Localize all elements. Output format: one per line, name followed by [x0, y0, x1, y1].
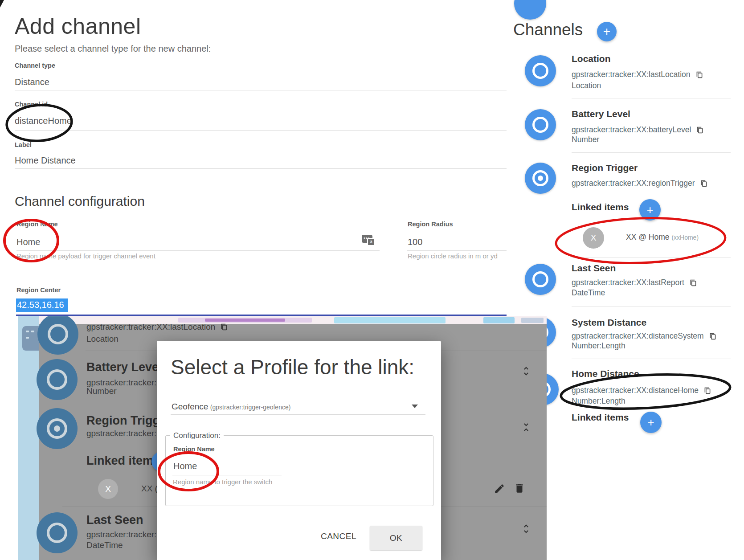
add-channel-button[interactable]: +	[597, 22, 617, 41]
channel-uid: gpstracker:tracker:XX:distanceHome	[572, 386, 699, 395]
linked-item-text[interactable]: XX @ Home (xxHome)	[626, 233, 699, 242]
focused-field-underline	[16, 315, 507, 316]
unfold-less-icon[interactable]	[520, 421, 532, 434]
field-underline	[16, 250, 380, 251]
region-name-field[interactable]: Home	[16, 237, 40, 247]
channel-title: System Distance	[572, 317, 646, 328]
field-underline	[407, 250, 507, 251]
form-subtitle: Please select a channel type for the new…	[15, 44, 211, 54]
ok-button[interactable]: OK	[370, 526, 422, 550]
linked-items-label: Linked items	[572, 202, 629, 213]
channel-last-seen-icon	[525, 264, 556, 295]
channel-item-type: Number	[572, 135, 599, 144]
channel-id-row: gpstracker:tracker:XX:batteryLevel	[572, 125, 703, 135]
dialog-region-name-field[interactable]: Home	[173, 461, 197, 471]
label-field-label: Label	[15, 141, 32, 148]
bg-channel-last-seen-icon	[37, 512, 78, 553]
fieldset-legend: Configuration:	[170, 431, 224, 440]
copy-icon[interactable]	[690, 279, 697, 287]
map-fragment-left	[18, 316, 39, 560]
add-linked-item-button[interactable]: +	[640, 412, 662, 433]
bg-linked-items-label: Linked items	[86, 454, 160, 468]
region-center-label: Region Center	[16, 286, 61, 294]
unfold-more-icon[interactable]	[520, 522, 532, 535]
bg-linked-item-text: XX (	[141, 484, 158, 494]
channels-heading: Channels	[513, 20, 583, 39]
channel-title: Region Trigger	[572, 163, 638, 173]
config-heading: Channel configuration	[15, 194, 145, 209]
channel-uid: gpstracker:tracker:XX:lastLocation	[572, 70, 691, 79]
divider	[572, 258, 731, 258]
channel-uid: gpstracker:tracker:XX:regionTrigger	[572, 179, 695, 188]
bg-channel-region-trigger-icon	[37, 408, 78, 449]
field-underline	[172, 475, 282, 475]
keypad-icon[interactable]: ••• 3	[362, 235, 372, 243]
channel-id-row: gpstracker:tracker:XX:lastLocation	[572, 70, 703, 79]
channel-item-type: DateTime	[572, 288, 605, 298]
dialog-title: Select a Profile for the link:	[171, 355, 414, 379]
profile-select-note: (gpstracker:trigger-geofence)	[210, 404, 291, 411]
linked-item-avatar: X	[583, 227, 604, 249]
bg-channel-item-type: Location	[86, 334, 119, 344]
channel-item-type: Number:Length	[572, 341, 625, 351]
region-name-helper: Region name payload for trigger channel …	[16, 252, 155, 260]
field-underline	[15, 168, 507, 169]
channel-id-label: Channel id	[15, 101, 48, 108]
select-underline	[171, 414, 425, 415]
unfold-more-icon[interactable]	[520, 364, 532, 378]
region-radius-helper: Region circle radius in m or yd	[408, 252, 498, 260]
plus-icon: +	[603, 25, 610, 39]
region-center-field[interactable]: 42.53,16.16	[16, 300, 68, 310]
channel-item-type: Location	[572, 81, 601, 90]
channel-title: Home Distance	[572, 368, 639, 379]
plus-icon: +	[646, 203, 653, 217]
channel-id-field[interactable]: distanceHome	[15, 116, 72, 126]
corner-artifact	[0, 0, 4, 8]
channel-uid: gpstracker:tracker:XX:distanceSystem	[572, 331, 704, 341]
field-underline	[15, 90, 507, 90]
channel-type-label: Channel type	[15, 62, 55, 69]
channel-type-field[interactable]: Distance	[15, 77, 49, 87]
copy-icon[interactable]	[221, 323, 228, 331]
bg-channel-title: Battery Level	[86, 360, 162, 374]
plus-icon: +	[647, 416, 654, 429]
profile-dialog: Select a Profile for the link: Geofence …	[157, 341, 441, 560]
copy-icon[interactable]	[709, 332, 716, 340]
channel-id-row: gpstracker:tracker:XX:distanceHome	[572, 386, 711, 395]
label-field[interactable]: Home Distance	[15, 155, 76, 166]
channel-id-row: gpstracker:tracker:XX:regionTrigger	[572, 179, 707, 188]
channel-region-trigger-icon	[525, 163, 556, 194]
region-radius-label: Region Radius	[408, 221, 453, 228]
copy-icon[interactable]	[696, 71, 703, 79]
page: Add channel Please select a channel type…	[0, 0, 744, 560]
region-name-label: Region Name	[16, 221, 58, 228]
delete-icon[interactable]	[514, 482, 525, 495]
divider	[572, 98, 731, 98]
selected-text: 42.53,16.16	[16, 298, 68, 312]
copy-icon[interactable]	[704, 387, 711, 395]
channel-uid: gpstracker:tracker:XX:lastReport	[572, 278, 684, 287]
channel-id-row: gpstracker:tracker:XX:distanceSystem	[572, 331, 716, 341]
divider	[572, 359, 731, 359]
add-linked-item-button[interactable]: +	[639, 199, 661, 221]
bg-channel-item-type: Number	[86, 386, 117, 396]
cancel-button[interactable]: CANCEL	[316, 527, 361, 546]
dialog-region-name-label: Region Name	[173, 446, 215, 453]
channel-battery-icon	[525, 109, 556, 140]
profile-select[interactable]: Geofence (gpstracker:trigger-geofence)	[172, 402, 290, 412]
linked-item-note: (xxHome)	[671, 234, 699, 241]
copy-icon[interactable]	[696, 126, 703, 134]
region-radius-field[interactable]: 100	[408, 237, 422, 247]
linked-items-label: Linked items	[572, 412, 629, 423]
edit-icon[interactable]	[494, 483, 505, 495]
channel-title: Last Seen	[572, 263, 616, 274]
chevron-down-icon[interactable]	[412, 405, 418, 408]
bg-channel-id-row: gpstracker:tracker:X	[86, 530, 162, 540]
copy-icon[interactable]	[700, 180, 707, 188]
bg-channel-id-row: gpstracker:tracker:XX:lastLocation	[86, 322, 228, 332]
bg-channel-item-type: DateTime	[86, 540, 123, 550]
bg-channel-battery-icon	[37, 359, 78, 400]
cutoff-fab-icon	[514, 0, 546, 20]
channel-title: Battery Level	[572, 109, 630, 119]
dialog-region-name-helper: Region name to trigger the switch	[173, 478, 272, 486]
